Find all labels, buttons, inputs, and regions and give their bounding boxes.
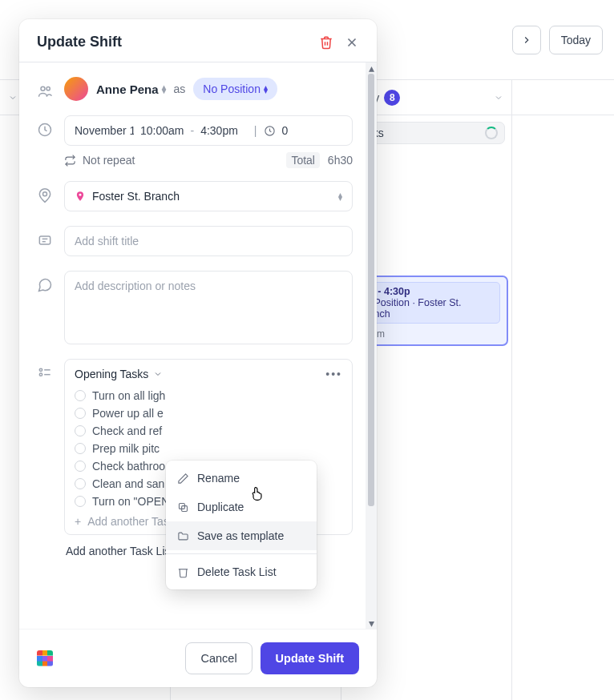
tasklist-icon — [37, 365, 53, 381]
chevron-down-icon — [494, 93, 503, 103]
svg-point-6 — [43, 192, 47, 196]
delete-shift-button[interactable] — [319, 35, 333, 50]
scrollbar[interactable]: ▴ ▾ — [366, 62, 377, 629]
updown-icon: ▴▾ — [162, 85, 166, 93]
chevron-down-icon — [8, 93, 18, 103]
position-select[interactable]: No Position ▴▾ — [193, 78, 277, 100]
scroll-thumb[interactable] — [368, 74, 374, 506]
tasklist-card: Opening Tasks ••• Turn on all ligh Power… — [64, 359, 353, 535]
time-input[interactable]: November 1 10:00am - 4:30pm | 0 — [64, 115, 353, 146]
copy-icon — [177, 501, 189, 513]
svg-point-2 — [41, 86, 45, 91]
description-icon — [37, 277, 53, 293]
folder-icon — [177, 530, 189, 542]
modal-body: Anne Pena ▴▾ as No Position ▴▾ — [19, 62, 377, 629]
task-item[interactable]: Turn on all ligh — [75, 387, 342, 404]
task-item[interactable]: Prep milk pitc — [75, 440, 342, 457]
separator: - — [190, 124, 194, 137]
tasklist-title: Opening Tasks — [75, 368, 148, 380]
svg-point-7 — [79, 194, 82, 196]
shift-title-input[interactable]: Add shift title — [64, 226, 353, 256]
tasklist-title-toggle[interactable]: Opening Tasks — [75, 368, 163, 380]
employee-select[interactable]: Anne Pena ▴▾ — [96, 82, 166, 96]
updown-icon: ▴▾ — [338, 192, 342, 200]
cursor-icon — [249, 485, 265, 502]
description-input[interactable]: Add description or notes — [64, 271, 353, 344]
end-time: 4:30pm — [200, 124, 238, 137]
close-icon — [345, 35, 359, 50]
break-icon — [264, 125, 276, 137]
tasklist-context-menu: Rename Duplicate Save as template — [166, 461, 317, 589]
add-task-label: Add another Task — [87, 515, 175, 528]
task-item[interactable]: Power up all e — [75, 404, 342, 422]
title-icon — [37, 232, 53, 248]
updown-icon: ▴▾ — [264, 85, 268, 93]
day-count-badge: 8 — [384, 90, 400, 106]
total-label: Total — [286, 152, 320, 168]
scroll-down-icon[interactable]: ▾ — [366, 618, 377, 629]
tasklist-menu-button[interactable]: ••• — [325, 368, 342, 380]
loading-spinner-icon — [485, 127, 498, 139]
modal-header: Update Shift — [19, 19, 377, 62]
avatar — [64, 77, 88, 101]
menu-delete-tasklist[interactable]: Delete Task List — [166, 557, 317, 586]
pencil-icon — [177, 473, 189, 485]
employee-name: Anne Pena — [96, 82, 159, 96]
cancel-button[interactable]: Cancel — [185, 642, 252, 674]
location-select[interactable]: Foster St. Branch ▴▾ — [64, 181, 353, 211]
pin-icon — [75, 191, 86, 202]
svg-point-11 — [39, 368, 42, 371]
total-value: 6h30 — [328, 154, 353, 167]
clock-icon — [37, 122, 53, 138]
today-button[interactable]: Today — [549, 26, 603, 54]
location-value: Foster St. Branch — [92, 190, 180, 203]
position-label: No Position — [203, 82, 261, 95]
repeat-icon — [64, 155, 76, 167]
shift-meta: No Position · Foster St. Branch — [358, 297, 495, 320]
chevron-down-icon — [153, 369, 163, 379]
menu-duplicate[interactable]: Duplicate — [166, 493, 317, 521]
as-label: as — [174, 82, 186, 95]
update-shift-button[interactable]: Update Shift — [261, 642, 359, 674]
description-placeholder: Add description or notes — [75, 280, 196, 292]
modal-title: Update Shift — [37, 34, 122, 50]
plus-icon: + — [75, 515, 81, 528]
title-placeholder: Add shift title — [75, 235, 139, 247]
update-shift-modal: Update Shift Anne Pena ▴▾ — [19, 19, 377, 687]
svg-rect-8 — [39, 236, 50, 244]
trash-icon — [177, 566, 189, 578]
close-button[interactable] — [345, 35, 359, 50]
repeat-label: Not repeat — [83, 154, 135, 167]
repeat-toggle[interactable]: Not repeat — [64, 154, 135, 167]
modal-footer: Cancel Update Shift — [19, 629, 377, 687]
start-time: 10:00am — [140, 124, 184, 137]
trash-icon — [319, 35, 333, 50]
location-icon — [37, 187, 53, 203]
menu-rename[interactable]: Rename — [166, 464, 317, 493]
scroll-up-icon[interactable]: ▴ — [366, 62, 377, 74]
people-icon — [37, 83, 53, 99]
task-item[interactable]: Check and ref — [75, 422, 342, 440]
svg-point-3 — [46, 87, 50, 91]
nav-next-button[interactable] — [512, 26, 541, 54]
svg-point-13 — [39, 373, 42, 376]
breaks-value: 0 — [282, 124, 289, 137]
shift-time: 10a - 4:30p — [358, 286, 495, 297]
date-value: November 1 — [75, 124, 134, 137]
menu-save-template[interactable]: Save as template — [166, 521, 317, 550]
app-icon[interactable] — [37, 650, 53, 666]
